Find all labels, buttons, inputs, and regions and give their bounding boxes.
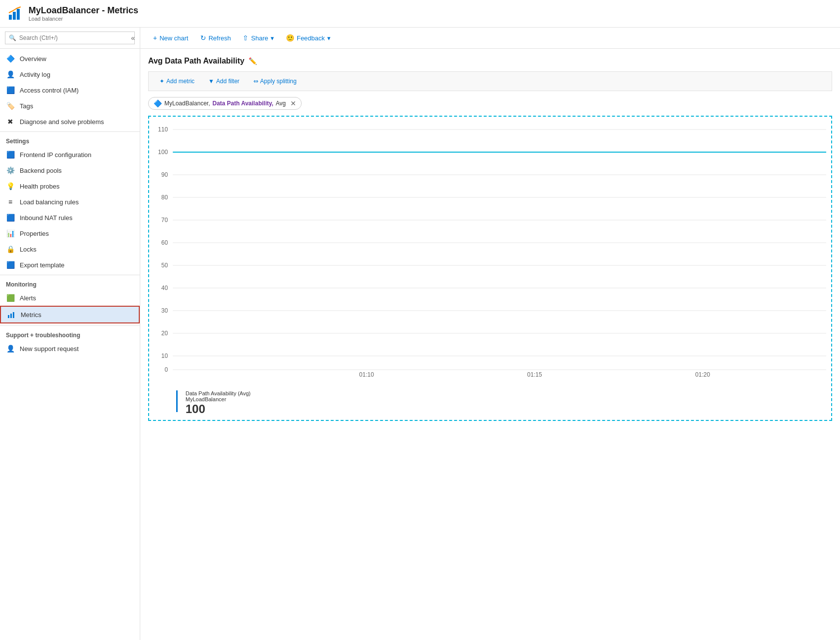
new-chart-label: New chart: [159, 34, 188, 42]
add-filter-icon: ▼: [208, 78, 214, 85]
page-title: MyLoadBalancer - Metrics: [29, 5, 138, 16]
export-template-icon: 🟦: [6, 260, 15, 269]
chart-container: 110 100 90 80 70 60 50 40 30 20 10 0: [148, 116, 832, 421]
sidebar-item-overview-label: Overview: [20, 55, 46, 63]
sidebar-item-tags[interactable]: 🏷️ Tags: [0, 98, 140, 114]
metric-tag-close-button[interactable]: ✕: [290, 99, 296, 107]
share-chevron-icon: ▾: [271, 34, 274, 42]
sidebar-item-health-probes-label: Health probes: [20, 183, 60, 190]
feedback-button[interactable]: 🙂 Feedback ▾: [281, 32, 336, 44]
activity-log-icon: 👤: [6, 70, 15, 79]
apply-splitting-label: Apply splitting: [260, 78, 297, 85]
sidebar-item-export-template-label: Export template: [20, 261, 64, 269]
sidebar-item-properties[interactable]: 📊 Properties: [0, 225, 140, 241]
add-filter-label: Add filter: [216, 78, 239, 85]
sidebar-item-frontend-ip[interactable]: 🟦 Frontend IP configuration: [0, 147, 140, 162]
add-metric-label: Add metric: [166, 78, 194, 85]
svg-text:110: 110: [158, 126, 168, 133]
apply-splitting-icon: ⇔: [253, 78, 258, 85]
legend-text-block: Data Path Availability (Avg) MyLoadBalan…: [186, 390, 250, 416]
svg-text:01:10: 01:10: [359, 371, 374, 377]
sidebar-item-access-control[interactable]: 🟦 Access control (IAM): [0, 82, 140, 98]
sidebar-item-metrics-label: Metrics: [21, 311, 41, 319]
header-title-block: MyLoadBalancer - Metrics Load balancer: [29, 5, 138, 22]
svg-text:10: 10: [161, 352, 168, 359]
add-filter-button[interactable]: ▼ Add filter: [203, 76, 244, 87]
load-balancing-rules-icon: ≡: [6, 197, 15, 206]
svg-text:40: 40: [161, 285, 168, 291]
svg-rect-4: [10, 314, 12, 318]
legend-line2: MyLoadBalancer: [186, 396, 250, 402]
sidebar-collapse-button[interactable]: «: [131, 34, 135, 42]
sidebar-item-properties-label: Properties: [20, 230, 49, 237]
inbound-nat-rules-icon: 🟦: [6, 213, 15, 222]
svg-text:70: 70: [161, 217, 168, 224]
svg-text:90: 90: [161, 171, 168, 178]
tags-icon: 🏷️: [6, 101, 15, 110]
metric-tag-metric: Data Path Availability,: [213, 100, 274, 107]
svg-text:0: 0: [164, 366, 168, 373]
share-icon: ⇧: [243, 34, 249, 42]
page-subtitle: Load balancer: [29, 16, 138, 22]
sidebar-item-alerts-label: Alerts: [20, 294, 36, 302]
sidebar-item-new-support[interactable]: 👤 New support request: [0, 341, 140, 356]
backend-pools-icon: ⚙️: [6, 166, 15, 175]
sidebar-item-inbound-nat-rules-label: Inbound NAT rules: [20, 214, 72, 222]
share-button[interactable]: ⇧ Share ▾: [238, 32, 279, 44]
svg-rect-5: [13, 312, 14, 318]
chart-legend: Data Path Availability (Avg) MyLoadBalan…: [149, 386, 831, 416]
properties-icon: 📊: [6, 229, 15, 238]
search-icon: 🔍: [9, 34, 16, 41]
search-input[interactable]: [5, 32, 135, 44]
feedback-icon: 🙂: [286, 34, 294, 42]
sidebar-item-load-balancing-rules[interactable]: ≡ Load balancing rules: [0, 194, 140, 210]
overview-icon: 🔷: [6, 54, 15, 63]
alerts-icon: 🟩: [6, 293, 15, 302]
sidebar-item-locks[interactable]: 🔒 Locks: [0, 241, 140, 257]
sidebar-item-backend-pools[interactable]: ⚙️ Backend pools: [0, 162, 140, 178]
settings-section-label: Settings: [0, 131, 140, 147]
new-chart-icon: +: [153, 34, 157, 42]
svg-text:100: 100: [158, 149, 168, 156]
svg-text:20: 20: [161, 330, 168, 337]
sidebar-item-frontend-ip-label: Frontend IP configuration: [20, 151, 92, 159]
svg-text:01:20: 01:20: [695, 371, 710, 377]
sidebar-search-container: 🔍 «: [0, 28, 140, 49]
svg-text:60: 60: [161, 239, 168, 246]
add-metric-button[interactable]: ✦ Add metric: [155, 76, 199, 87]
sidebar-item-inbound-nat-rules[interactable]: 🟦 Inbound NAT rules: [0, 210, 140, 225]
sidebar-item-overview[interactable]: 🔷 Overview: [0, 51, 140, 66]
feedback-chevron-icon: ▾: [327, 34, 331, 42]
apply-splitting-button[interactable]: ⇔ Apply splitting: [249, 76, 302, 87]
legend-color-bar: [176, 390, 178, 412]
svg-text:80: 80: [161, 194, 168, 201]
sidebar-item-locks-label: Locks: [20, 246, 36, 253]
support-section-label: Support + troubleshooting: [0, 325, 140, 341]
access-control-icon: 🟦: [6, 86, 15, 95]
sidebar-item-activity-log[interactable]: 👤 Activity log: [0, 66, 140, 82]
sidebar-item-alerts[interactable]: 🟩 Alerts: [0, 290, 140, 306]
frontend-ip-icon: 🟦: [6, 150, 15, 159]
sidebar-nav: 🔷 Overview 👤 Activity log 🟦 Access contr…: [0, 49, 140, 640]
metric-controls: ✦ Add metric ▼ Add filter ⇔ Apply splitt…: [148, 71, 832, 91]
sidebar-item-access-control-label: Access control (IAM): [20, 87, 79, 94]
svg-text:30: 30: [161, 307, 168, 314]
svg-rect-3: [8, 315, 9, 318]
toolbar: + New chart ↻ Refresh ⇧ Share ▾ 🙂 Feedba…: [140, 28, 840, 49]
chart-title-row: Avg Data Path Availability ✏️: [148, 57, 832, 65]
refresh-button[interactable]: ↻ Refresh: [195, 32, 236, 44]
edit-chart-title-icon[interactable]: ✏️: [249, 57, 257, 65]
sidebar: 🔍 « 🔷 Overview 👤 Activity log 🟦 Access c…: [0, 28, 140, 640]
sidebar-item-health-probes[interactable]: 💡 Health probes: [0, 178, 140, 194]
health-probes-icon: 💡: [6, 182, 15, 191]
legend-value: 100: [186, 402, 250, 416]
sidebar-item-diagnose-label: Diagnose and solve problems: [20, 118, 104, 126]
new-chart-button[interactable]: + New chart: [148, 32, 193, 44]
sidebar-item-metrics[interactable]: Metrics: [0, 306, 140, 323]
metrics-icon: [7, 310, 16, 319]
add-metric-icon: ✦: [159, 78, 164, 85]
sidebar-item-export-template[interactable]: 🟦 Export template: [0, 257, 140, 273]
sidebar-item-diagnose[interactable]: ✖ Diagnose and solve problems: [0, 114, 140, 129]
new-support-icon: 👤: [6, 344, 15, 353]
sidebar-item-load-balancing-rules-label: Load balancing rules: [20, 198, 79, 206]
